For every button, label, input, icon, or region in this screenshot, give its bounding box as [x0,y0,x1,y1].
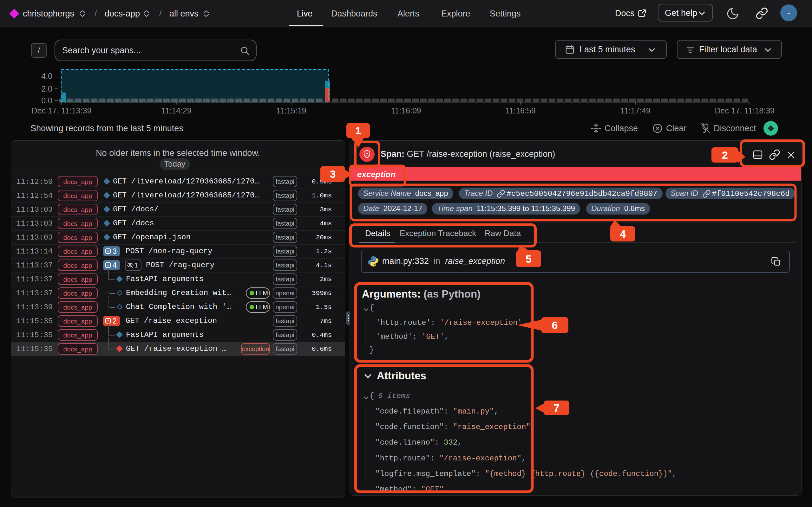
svg-text:3: 3 [330,168,336,180]
svg-text:5: 5 [525,253,531,265]
svg-text:2: 2 [722,149,728,161]
svg-text:4: 4 [620,228,626,240]
svg-text:1: 1 [355,124,361,136]
svg-text:6: 6 [552,319,558,331]
svg-text:7: 7 [554,402,560,414]
